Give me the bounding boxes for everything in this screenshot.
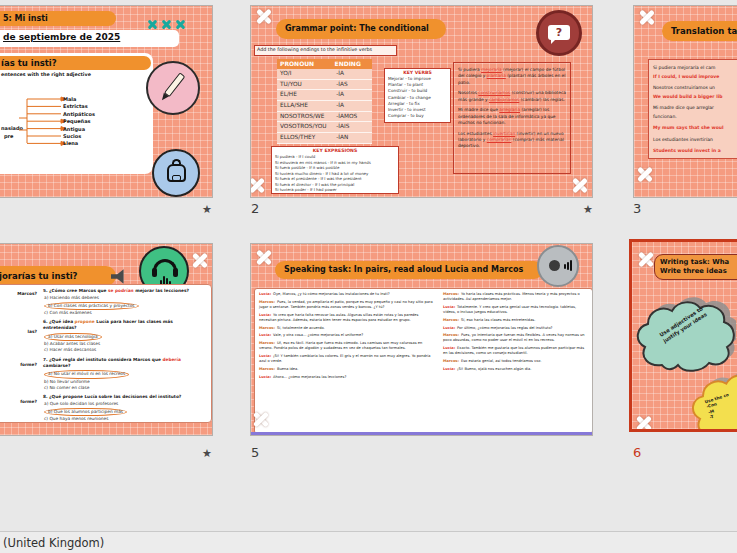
quiz-segment: a) Usar más tecnología <box>44 333 102 341</box>
answer-segment: Nosotros <box>458 90 478 95</box>
translation-line: Nosotros construiríamos un <box>653 84 737 93</box>
dialogue-message: Lucía:Yo creo que haría falta renovar la… <box>259 313 435 323</box>
conditional-answers-box: Si pudiera mejoraría (mejorar) el campo … <box>453 62 571 174</box>
slide1-subtitle-banner: ías tu insti? <box>0 56 151 70</box>
speaker-name: Marcos: <box>443 318 459 322</box>
slide-thumbnail-3[interactable]: Translation task Si pudiera mejoraría el… <box>633 5 737 198</box>
answer-segment: construiríamos <box>478 90 510 95</box>
dialogue-message: Lucía:Ahora... ¿cómo mejorarías las lecc… <box>259 375 435 380</box>
translation-box: Si pudiera mejoraría el camIf I could, I… <box>648 59 737 159</box>
quiz-segment: 7. ¿Qué regla del instituto considera Ma… <box>43 357 162 362</box>
quiz-segment: a) Haciendo más deberes <box>44 295 203 301</box>
translation-line: Students would invest in a <box>653 147 737 156</box>
slide-thumbnail-6[interactable]: Writing task: Wha Write three ideas Use … <box>629 239 737 432</box>
speaker-name: Marcos: <box>443 359 459 363</box>
translation-line: Si pudiera mejoraría el cam <box>653 64 737 73</box>
adjective-item: Antipáticos <box>63 111 95 118</box>
dialogue-message: Lucía:Exacto. También me gustaría que lo… <box>443 346 587 356</box>
table-header: PRONOUN ENDING <box>277 59 372 69</box>
x-sticker-icon <box>250 176 266 194</box>
answer-segment: Si pudiera <box>458 67 481 72</box>
slide2-instruction-box: Add the following endings to the infinit… <box>254 45 397 56</box>
speaker-name: Lucía: <box>259 333 271 337</box>
speech-text: Totalmente. Y creo que sería genial usar… <box>443 305 576 314</box>
slide-thumbnail-4[interactable]: jorarías tu insti? Marcos?las?forme?form… <box>0 243 213 436</box>
key-verbs-box: KEY VERBS Mejorar - to improvePlantar - … <box>384 68 451 123</box>
slide6-title-line2: Write three ideas <box>660 267 737 276</box>
speech-text: ¡Sí! Y también cambiaría los colores. El… <box>259 354 430 363</box>
matching-lines-graphic <box>19 92 67 154</box>
answer-segment: cambiaríamos <box>489 97 519 102</box>
key-expressions-title: KEY EXPRESIONS <box>272 147 398 154</box>
slide4-title: jorarías tu insti? <box>0 266 78 286</box>
transition-star-icon: ★ <box>202 203 212 216</box>
speaker-name: Lucía: <box>443 305 455 309</box>
table-header-ending: ENDING <box>332 59 372 69</box>
table-row: YO/I -ÍA <box>277 69 372 80</box>
key-verb-item: Comprar - to buy <box>385 113 450 119</box>
answer-segment: mejoraría <box>481 67 502 72</box>
x-sticker-icon <box>191 251 209 269</box>
slide-thumbnail-5[interactable]: Speaking task: In pairs, read aloud Luci… <box>250 243 593 436</box>
speaker-name: Marcos: <box>259 341 275 345</box>
speaker-name: Marcos: <box>259 367 275 371</box>
quiz-segment: cambiarse? <box>43 363 70 368</box>
quiz-segment: se podrían <box>108 288 134 293</box>
conditional-endings-table: PRONOUN ENDING YO/I -ÍA TU/YOU -ÍAS ÉL/H… <box>277 59 372 144</box>
slide1-left-fragment: pre <box>4 133 13 139</box>
pencil-icon <box>160 72 186 102</box>
slide5-title: Speaking task: In pairs, read aloud Luci… <box>284 261 523 279</box>
answer-segment: arreglaría <box>499 107 520 112</box>
translation-line: We would build a bigger lib <box>653 93 737 102</box>
adjective-item: Mala <box>63 96 95 103</box>
dialogue-message: Marcos:Sí, eso haría las clases más entr… <box>443 318 587 323</box>
quiz-segment: propone <box>75 319 95 324</box>
answer-segment: Mi madre dice que <box>458 107 499 112</box>
language-status[interactable]: (United Kingdom) <box>3 536 104 550</box>
dialogue-message: Lucía:Oye, Marcos, ¿y tú cómo mejorarías… <box>259 292 435 297</box>
speech-text: Yo creo que haría falta renovar las aula… <box>259 313 418 322</box>
slide-number-2: 2 <box>251 201 259 216</box>
table-row: VOSOTROS/YOU -ÍAIS <box>277 122 372 133</box>
slide1-title-banner: 5: Mi insti <box>0 11 116 26</box>
translation-line: funcionan. <box>653 113 737 122</box>
adjective-item: Antigua <box>63 126 95 133</box>
quiz-left-fragments: Marcos?las?forme?forme? <box>1 284 39 421</box>
table-row: ELLOS/THEY -ÍAN <box>277 133 372 144</box>
question-fragment: las? <box>28 329 37 334</box>
quiz-segment: c) Que haya menos reuniones <box>44 416 203 422</box>
key-expression-item: Si tuviera poder - If I had power <box>272 187 398 193</box>
slide-thumbnail-1[interactable]: 5: Mi insti de septiembre de 2025 ías tu… <box>0 5 213 198</box>
dialogue-message: Marcos:Pues, la verdad, yo ampliaría el … <box>259 300 435 310</box>
speech-text: Buena idea. <box>277 367 298 371</box>
dialogue-message: Lucía:¡Sí! Bueno, ojalá nos escuchen alg… <box>443 367 587 372</box>
answer-segment: invertirían <box>493 131 515 136</box>
dialogue-message: Lucía:Vale, y otra cosa... ¿cómo mejorar… <box>259 333 435 338</box>
dialogue-message: Marcos:Uf, eso es fácil. Haría que fuera… <box>259 341 435 351</box>
slide-thumbnail-2[interactable]: Grammar point: The conditional ? Add the… <box>250 5 593 198</box>
key-expressions-box: KEY EXPRESIONS Si pudiera - If I couldSi… <box>271 146 399 194</box>
x-sticker-icon <box>255 7 273 25</box>
quiz-segment: mejorar las lecciones? <box>134 288 189 293</box>
slide-number-5: 5 <box>251 445 259 460</box>
quiz-segment: b) Que los alumnos participen más <box>44 408 127 416</box>
speech-text: Sí, totalmente de acuerdo. <box>277 326 325 330</box>
answer-segment: (cambiar) las reglas. <box>519 97 565 102</box>
quiz-questions: 5. ¿Cómo cree Marcos que se podrían mejo… <box>43 288 203 422</box>
table-row: ELLA/SHE -ÍA <box>277 101 372 112</box>
speaker-name: Lucía: <box>259 313 271 317</box>
question-bubble-icon: ? <box>548 25 570 40</box>
answer-segment: comprarían <box>487 137 512 142</box>
quiz-segment: debería <box>162 357 180 362</box>
adjective-list: MalaEstrictasAntipáticosPequeñasAntiguaS… <box>63 96 95 148</box>
speech-text: Por último, ¿cómo mejorarías las reglas … <box>457 326 552 330</box>
speaker-name: Marcos: <box>443 292 459 296</box>
x-icon <box>175 19 186 30</box>
slide1-instruction: entences with the right adjective <box>1 72 91 77</box>
dialogue-message: Marcos:Pues, yo intentaría que fueran má… <box>443 333 587 343</box>
x-sticker-icon <box>255 248 273 266</box>
speaker-name: Lucía: <box>443 367 455 371</box>
dialogue-column-left: Lucía:Oye, Marcos, ¿y tú cómo mejorarías… <box>259 292 435 383</box>
speech-text: Eso estaría genial, así todos tendríamos… <box>461 359 542 363</box>
answer-segment: Los estudiantes <box>458 131 493 136</box>
